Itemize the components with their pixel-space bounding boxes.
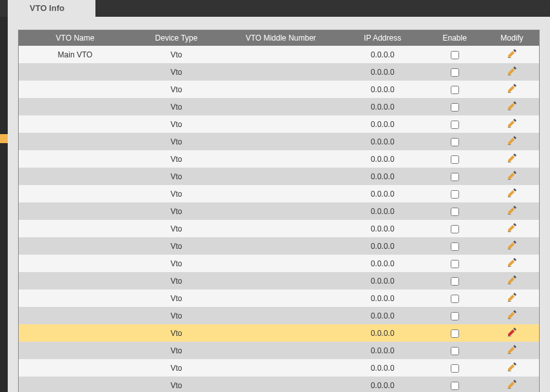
enable-checkbox[interactable] <box>451 121 459 129</box>
table-row[interactable]: Vto0.0.0.0 <box>19 359 540 377</box>
cell-modify <box>485 63 540 81</box>
table-row[interactable]: Vto0.0.0.0 <box>19 150 540 168</box>
table-row[interactable]: Vto0.0.0.0 <box>19 237 540 255</box>
table-row[interactable]: Vto0.0.0.0 <box>19 185 540 202</box>
table-header-row: VTO Name Device Type VTO Middle Number I… <box>19 30 540 46</box>
pencil-icon <box>507 348 517 357</box>
enable-checkbox[interactable] <box>451 103 459 112</box>
edit-button[interactable] <box>507 83 517 93</box>
table-row[interactable]: Vto0.0.0.0 <box>19 377 540 392</box>
cell-device-type: Vto <box>132 133 221 150</box>
pencil-icon <box>507 156 517 165</box>
cell-middle-number <box>221 255 340 272</box>
edit-button[interactable] <box>507 170 517 181</box>
cell-enable <box>424 307 484 324</box>
cell-ip-address: 0.0.0.0 <box>340 202 424 220</box>
enable-checkbox[interactable] <box>451 260 459 268</box>
cell-vto-name: Main VTO <box>19 46 132 63</box>
edit-button[interactable] <box>507 66 517 76</box>
cell-middle-number <box>221 359 340 377</box>
sidebar <box>0 0 8 392</box>
svg-rect-15 <box>507 318 511 319</box>
pencil-icon <box>507 69 517 78</box>
cell-ip-address: 0.0.0.0 <box>340 289 424 307</box>
svg-rect-2 <box>507 92 511 93</box>
enable-checkbox[interactable] <box>451 242 459 251</box>
cell-device-type: Vto <box>132 81 221 98</box>
cell-vto-name <box>19 272 132 289</box>
edit-button[interactable] <box>507 309 517 320</box>
cell-modify <box>485 168 540 185</box>
enable-checkbox[interactable] <box>451 190 459 199</box>
enable-checkbox[interactable] <box>451 51 459 59</box>
enable-checkbox[interactable] <box>451 295 459 303</box>
edit-button[interactable] <box>507 118 517 128</box>
cell-ip-address: 0.0.0.0 <box>340 359 424 377</box>
table-row[interactable]: Vto0.0.0.0 <box>19 202 540 220</box>
edit-button[interactable] <box>507 240 517 250</box>
table-row[interactable]: Vto0.0.0.0 <box>19 289 540 307</box>
cell-vto-name <box>19 202 132 220</box>
table-row[interactable]: Vto0.0.0.0 <box>19 255 540 272</box>
enable-checkbox[interactable] <box>451 155 459 164</box>
table-row[interactable]: Vto0.0.0.0 <box>19 63 540 81</box>
table-row[interactable]: Vto0.0.0.0 <box>19 342 540 359</box>
edit-button[interactable] <box>507 292 517 302</box>
cell-device-type: Vto <box>132 63 221 81</box>
edit-button[interactable] <box>507 344 517 355</box>
enable-checkbox[interactable] <box>451 68 459 77</box>
table-row[interactable]: Vto0.0.0.0 <box>19 133 540 150</box>
enable-checkbox[interactable] <box>451 86 459 94</box>
pencil-icon <box>507 278 517 287</box>
edit-button[interactable] <box>507 379 517 389</box>
enable-checkbox[interactable] <box>451 364 459 373</box>
cell-middle-number <box>221 342 340 359</box>
cell-middle-number <box>221 133 340 150</box>
cell-modify <box>485 289 540 307</box>
enable-checkbox[interactable] <box>451 347 459 355</box>
svg-rect-16 <box>507 336 511 337</box>
edit-button[interactable] <box>507 222 517 233</box>
col-enable: Enable <box>424 30 484 46</box>
cell-device-type: Vto <box>132 98 221 115</box>
enable-checkbox[interactable] <box>451 277 459 286</box>
table-row[interactable]: Vto0.0.0.0 <box>19 272 540 289</box>
pencil-icon <box>507 330 517 339</box>
enable-checkbox[interactable] <box>451 138 459 146</box>
cell-vto-name <box>19 324 132 342</box>
edit-button[interactable] <box>507 135 517 146</box>
enable-checkbox[interactable] <box>451 225 459 233</box>
edit-button[interactable] <box>507 205 517 215</box>
edit-button[interactable] <box>507 362 517 372</box>
cell-enable <box>424 377 484 392</box>
edit-button[interactable] <box>507 188 517 198</box>
edit-button[interactable] <box>507 153 517 163</box>
cell-ip-address: 0.0.0.0 <box>340 46 424 63</box>
cell-vto-name <box>19 342 132 359</box>
edit-button[interactable] <box>507 327 517 337</box>
enable-checkbox[interactable] <box>451 208 459 216</box>
cell-device-type: Vto <box>132 255 221 272</box>
enable-checkbox[interactable] <box>451 382 459 390</box>
table-row[interactable]: Vto0.0.0.0 <box>19 307 540 324</box>
table-row[interactable]: Vto0.0.0.0 <box>19 324 540 342</box>
tab-vto-info[interactable]: VTO Info <box>8 0 95 17</box>
edit-button[interactable] <box>507 48 517 59</box>
table-row[interactable]: Vto0.0.0.0 <box>19 220 540 237</box>
enable-checkbox[interactable] <box>451 173 459 181</box>
cell-modify <box>485 98 540 115</box>
table-row[interactable]: Vto0.0.0.0 <box>19 115 540 133</box>
edit-button[interactable] <box>507 275 517 285</box>
table-row[interactable]: Vto0.0.0.0 <box>19 168 540 185</box>
cell-enable <box>424 359 484 377</box>
cell-vto-name <box>19 81 132 98</box>
table-row[interactable]: Vto0.0.0.0 <box>19 81 540 98</box>
cell-enable <box>424 342 484 359</box>
enable-checkbox[interactable] <box>451 329 459 338</box>
edit-button[interactable] <box>507 101 517 111</box>
enable-checkbox[interactable] <box>451 312 459 320</box>
edit-button[interactable] <box>507 257 517 268</box>
table-row[interactable]: Main VTOVto0.0.0.0 <box>19 46 540 63</box>
table-row[interactable]: Vto0.0.0.0 <box>19 98 540 115</box>
cell-modify <box>485 46 540 63</box>
